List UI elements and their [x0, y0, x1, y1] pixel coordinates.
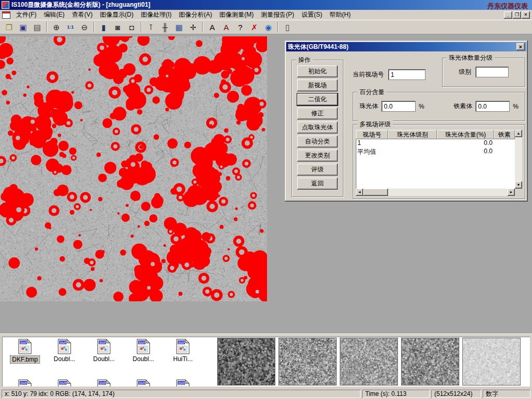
table-column-header[interactable]: 视场号 [356, 130, 388, 139]
title-bar[interactable]: IS100显微摄像系统(金相分析版) - [zhuguangti01] [0, 0, 532, 10]
zoom-out-icon[interactable]: ⊖ [78, 21, 91, 33]
thumbnail-5[interactable] [462, 338, 521, 385]
toolbar-separator [141, 22, 142, 32]
micrograph-image[interactable] [0, 36, 267, 301]
snapshot-camera-icon[interactable]: ◘ [125, 21, 138, 33]
text-annotation-icon[interactable]: A [206, 21, 219, 33]
help-icon[interactable]: ? [234, 21, 247, 33]
menu-item[interactable]: 图像显示(D) [96, 9, 137, 20]
file-item[interactable]: BMP Doubl... [124, 338, 163, 364]
file-item[interactable]: BMP [163, 378, 203, 387]
grade-level-input[interactable] [475, 66, 509, 77]
operation-button[interactable]: 点取珠光体 [297, 122, 338, 134]
delete-measure-icon[interactable]: ✗ [248, 21, 261, 33]
file-item[interactable]: BMP [124, 378, 163, 387]
pearlite-percent-input[interactable] [381, 101, 416, 112]
scroll-up-button[interactable]: ▲ [515, 130, 522, 137]
operation-button[interactable]: 修正 [297, 108, 338, 119]
table-column-header[interactable]: 珠光体含量(%) [437, 130, 494, 139]
scrollbar-corner [515, 189, 522, 196]
status-image-size: (512x512x24) [431, 390, 481, 398]
caliper-horizontal-icon[interactable]: ╫ [158, 21, 171, 33]
file-item[interactable]: BMP Doubl... [45, 338, 84, 364]
menu-item[interactable]: 文件(F) [12, 9, 40, 20]
operation-group-title: 操作 [296, 56, 313, 63]
menu-item[interactable]: 帮助(H) [326, 9, 354, 20]
dialog-close-button[interactable]: × [516, 43, 525, 50]
multi-field-group: 多视场评级 视场号珠光体级别珠光体含量(%)铁素 10.0平均值0.0 ▲ ▼ … [353, 124, 525, 199]
font-style-icon[interactable]: A [220, 21, 233, 33]
table-row[interactable]: 平均值0.0 [356, 148, 515, 156]
pearlite-label: 珠光体 [360, 102, 378, 111]
child-restore-button[interactable]: ❐ [513, 11, 521, 19]
file-item[interactable]: BMP Doubl... [84, 338, 124, 364]
vertical-ruler-icon[interactable]: ▯ [281, 21, 294, 33]
child-minimize-button[interactable]: _ [504, 11, 512, 19]
grading-group: 珠光体数量分级 级别 [442, 58, 525, 87]
menu-item[interactable]: 测量报告(P) [257, 9, 298, 20]
scrollbar-thumb[interactable] [363, 189, 388, 196]
menu-item[interactable]: 图像测量(M) [216, 9, 257, 20]
table-horizontal-scrollbar[interactable]: ◄ ► [356, 189, 515, 196]
thumbnail-1[interactable] [217, 338, 275, 385]
menu-item[interactable]: 编辑(E) [40, 9, 68, 20]
operation-button[interactable]: 新视场 [297, 79, 338, 91]
save-icon[interactable]: ▣ [17, 21, 30, 33]
menu-item[interactable]: 设置(S) [298, 9, 326, 20]
zoom-in-icon[interactable]: ⊕ [50, 21, 63, 33]
menu-item[interactable]: 图像处理(I) [137, 9, 175, 20]
operation-button[interactable]: 更改类别 [297, 150, 338, 162]
rating-table[interactable]: 视场号珠光体级别珠光体含量(%)铁素 10.0平均值0.0 [356, 130, 515, 189]
operation-button[interactable]: 二值化 [297, 94, 338, 105]
toolbar-separator [94, 22, 95, 32]
table-row[interactable]: 10.0 [356, 139, 515, 148]
thumbnail-3[interactable] [340, 338, 398, 385]
file-item[interactable]: BMP [45, 378, 84, 387]
open-folder-icon[interactable]: ❒ [3, 21, 16, 33]
monitor-icon[interactable]: ▮ [97, 21, 110, 33]
ferrite-percent-input[interactable] [475, 101, 510, 112]
actual-size-icon[interactable]: 1:1 [64, 21, 77, 33]
table-column-header[interactable]: 珠光体级别 [388, 130, 437, 139]
file-item[interactable]: BMP [84, 378, 124, 387]
scroll-down-button[interactable]: ▼ [515, 181, 522, 189]
multi-field-group-title: 多视场评级 [357, 121, 393, 128]
file-browser-panel: BMP DKF.bmp BMP Doubl... BMP Doubl... BM… [0, 334, 532, 389]
thumbnail-4[interactable] [401, 338, 459, 385]
thumbnail-2[interactable] [278, 338, 337, 385]
table-column-header[interactable]: 铁素 [494, 130, 515, 139]
table-cell [494, 139, 515, 148]
video-camera-icon[interactable]: ◙ [111, 21, 124, 33]
file-list-row2: BMP BMP BMP BMP [5, 378, 203, 387]
menu-item[interactable]: 查看(V) [68, 9, 96, 20]
table-cell: 0.0 [437, 139, 494, 148]
table-cell: 0.0 [437, 148, 494, 156]
operation-button[interactable]: 初始化 [297, 65, 338, 77]
scroll-left-button[interactable]: ◄ [356, 189, 363, 196]
app-icon [2, 1, 9, 9]
print-icon[interactable]: ▤ [31, 21, 44, 33]
scroll-right-button[interactable]: ► [508, 189, 515, 196]
color-picker-icon[interactable]: ◉ [262, 21, 275, 33]
menu-bar: 文件(F)编辑(E)查看(V)图像显示(D)图像处理(I)图像分析(A)图像测量… [0, 10, 532, 20]
operation-button[interactable]: 返回 [297, 178, 338, 190]
file-item[interactable]: BMP HuiTi... [163, 338, 203, 364]
current-field-input[interactable] [388, 69, 425, 80]
table-vertical-scrollbar[interactable]: ▲ ▼ [515, 130, 522, 189]
table-cell: 平均值 [356, 148, 388, 156]
svg-text:BMP: BMP [99, 341, 107, 344]
child-close-button[interactable]: × [522, 11, 530, 19]
caliper-vertical-icon[interactable]: ⊺ [144, 21, 157, 33]
table-cell [388, 139, 437, 148]
operation-button[interactable]: 评级 [297, 164, 338, 176]
file-item[interactable]: BMP DKF.bmp [5, 338, 45, 364]
file-item[interactable]: BMP [5, 378, 45, 387]
operation-button[interactable]: 自动分类 [297, 136, 338, 148]
dialog-title-bar[interactable]: 珠光体(GB/T9441-88) × [286, 42, 526, 51]
measure-grid-icon[interactable]: ▦ [172, 21, 185, 33]
menu-items: 文件(F)编辑(E)查看(V)图像显示(D)图像处理(I)图像分析(A)图像测量… [12, 9, 354, 20]
menu-item[interactable]: 图像分析(A) [175, 9, 216, 20]
current-field-label: 当前视场号 [353, 70, 384, 79]
preview-thumbnails [217, 338, 521, 385]
crosshair-icon[interactable]: ✛ [187, 21, 200, 33]
